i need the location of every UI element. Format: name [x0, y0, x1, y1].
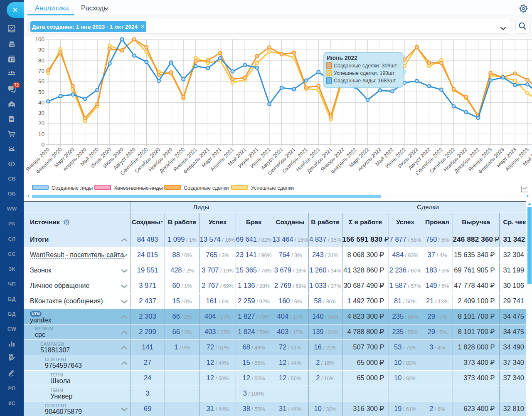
svg-text:Июнь 2022: Июнь 2022 [327, 54, 357, 61]
svg-text:0: 0 [41, 141, 44, 148]
svg-text:Созданные сделки: 309шт: Созданные сделки: 309шт [334, 63, 397, 69]
svg-text:30: 30 [38, 110, 44, 116]
svg-text:50: 50 [38, 89, 44, 95]
svg-text:70: 70 [38, 68, 44, 74]
svg-text:80: 80 [38, 57, 44, 64]
svg-text:Успешные сделки: 193шт: Успешные сделки: 193шт [334, 70, 395, 76]
svg-text:40: 40 [38, 99, 44, 106]
svg-text:60: 60 [38, 78, 44, 84]
svg-text:20: 20 [38, 120, 44, 126]
svg-text:90: 90 [38, 47, 44, 53]
svg-text:Созданные лиды: 1683шт: Созданные лиды: 1683шт [334, 78, 396, 84]
svg-text:10: 10 [38, 131, 44, 137]
svg-text:100: 100 [35, 37, 44, 42]
